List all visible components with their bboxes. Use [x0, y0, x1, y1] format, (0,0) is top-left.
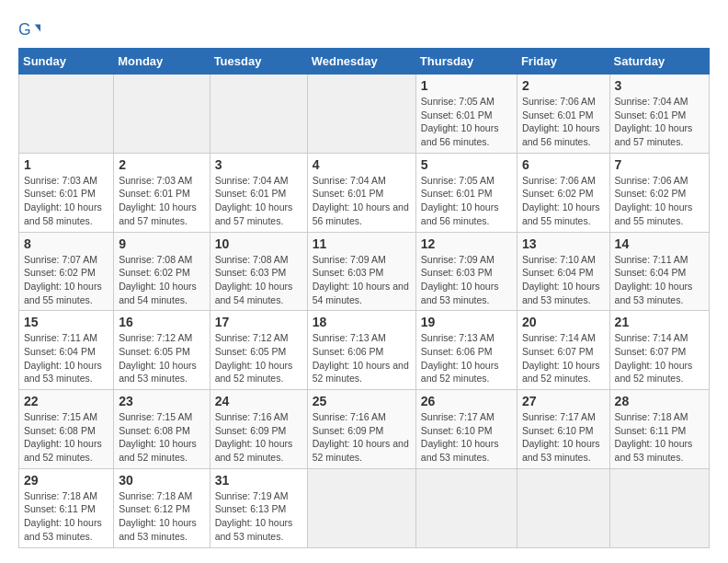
day-number: 8 — [24, 236, 108, 251]
day-number: 28 — [615, 394, 704, 408]
day-number: 15 — [24, 315, 108, 329]
calendar-cell: 6Sunrise: 7:06 AMSunset: 6:02 PMDaylight… — [517, 153, 609, 232]
calendar-header-monday: Monday — [114, 49, 210, 75]
calendar-cell: 11Sunrise: 7:09 AMSunset: 6:03 PMDayligh… — [307, 232, 415, 311]
calendar-header-sunday: Sunday — [19, 49, 114, 75]
calendar-cell: 4Sunrise: 7:04 AMSunset: 6:01 PMDaylight… — [307, 153, 415, 232]
day-info: Sunrise: 7:09 AMSunset: 6:03 PMDaylight:… — [421, 253, 512, 307]
calendar-cell: 21Sunrise: 7:14 AMSunset: 6:07 PMDayligh… — [609, 311, 709, 390]
day-info: Sunrise: 7:06 AMSunset: 6:02 PMDaylight:… — [615, 174, 704, 228]
calendar-header-row: SundayMondayTuesdayWednesdayThursdayFrid… — [19, 49, 710, 75]
day-number: 22 — [24, 394, 108, 408]
day-info: Sunrise: 7:17 AMSunset: 6:10 PMDaylight:… — [522, 410, 605, 465]
day-info: Sunrise: 7:05 AMSunset: 6:01 PMDaylight:… — [421, 95, 512, 149]
day-info: Sunrise: 7:05 AMSunset: 6:01 PMDaylight:… — [421, 174, 512, 228]
day-info: Sunrise: 7:15 AMSunset: 6:08 PMDaylight:… — [24, 410, 108, 465]
day-info: Sunrise: 7:04 AMSunset: 6:01 PMDaylight:… — [615, 95, 704, 149]
calendar-cell: 22Sunrise: 7:15 AMSunset: 6:08 PMDayligh… — [19, 390, 114, 469]
day-number: 25 — [313, 394, 411, 408]
calendar-cell: 7Sunrise: 7:06 AMSunset: 6:02 PMDaylight… — [609, 153, 709, 232]
day-number: 16 — [119, 315, 204, 329]
day-number: 26 — [421, 394, 512, 408]
calendar-cell: 23Sunrise: 7:15 AMSunset: 6:08 PMDayligh… — [114, 390, 210, 469]
day-info: Sunrise: 7:06 AMSunset: 6:01 PMDaylight:… — [522, 95, 605, 149]
day-info: Sunrise: 7:18 AMSunset: 6:11 PMDaylight:… — [615, 410, 704, 465]
calendar-week-row: 15Sunrise: 7:11 AMSunset: 6:04 PMDayligh… — [19, 311, 710, 390]
calendar-header-friday: Friday — [517, 49, 609, 75]
day-number: 29 — [24, 473, 108, 488]
calendar-table: SundayMondayTuesdayWednesdayThursdayFrid… — [18, 48, 710, 548]
calendar-cell: 13Sunrise: 7:10 AMSunset: 6:04 PMDayligh… — [517, 232, 609, 311]
calendar-cell: 28Sunrise: 7:18 AMSunset: 6:11 PMDayligh… — [609, 390, 709, 469]
day-info: Sunrise: 7:13 AMSunset: 6:06 PMDaylight:… — [313, 331, 411, 385]
day-info: Sunrise: 7:18 AMSunset: 6:12 PMDaylight:… — [119, 489, 204, 544]
day-info: Sunrise: 7:16 AMSunset: 6:09 PMDaylight:… — [215, 410, 302, 465]
day-number: 3 — [215, 157, 302, 172]
day-number: 7 — [615, 157, 704, 172]
day-info: Sunrise: 7:13 AMSunset: 6:06 PMDaylight:… — [421, 331, 512, 385]
day-number: 10 — [215, 236, 302, 251]
calendar-week-row: 22Sunrise: 7:15 AMSunset: 6:08 PMDayligh… — [19, 390, 710, 469]
calendar-cell: 5Sunrise: 7:05 AMSunset: 6:01 PMDaylight… — [415, 153, 517, 232]
day-number: 2 — [119, 157, 204, 172]
calendar-header-thursday: Thursday — [415, 49, 517, 75]
day-info: Sunrise: 7:06 AMSunset: 6:02 PMDaylight:… — [522, 174, 605, 228]
day-info: Sunrise: 7:03 AMSunset: 6:01 PMDaylight:… — [24, 174, 108, 228]
calendar-header-wednesday: Wednesday — [307, 49, 415, 75]
day-info: Sunrise: 7:14 AMSunset: 6:07 PMDaylight:… — [615, 331, 704, 385]
svg-text:G: G — [18, 20, 31, 39]
day-number: 13 — [522, 236, 605, 251]
calendar-cell: 1Sunrise: 7:05 AMSunset: 6:01 PMDaylight… — [415, 75, 517, 154]
day-number: 27 — [522, 394, 605, 408]
day-number: 9 — [119, 236, 204, 251]
day-info: Sunrise: 7:10 AMSunset: 6:04 PMDaylight:… — [522, 253, 605, 307]
svg-marker-1 — [35, 24, 40, 31]
calendar-cell: 15Sunrise: 7:11 AMSunset: 6:04 PMDayligh… — [19, 311, 114, 390]
day-number: 2 — [522, 78, 605, 93]
calendar-cell — [210, 75, 307, 154]
calendar-cell: 1Sunrise: 7:03 AMSunset: 6:01 PMDaylight… — [19, 153, 114, 232]
day-number: 21 — [615, 315, 704, 329]
day-info: Sunrise: 7:15 AMSunset: 6:08 PMDaylight:… — [119, 410, 204, 465]
day-info: Sunrise: 7:08 AMSunset: 6:02 PMDaylight:… — [119, 253, 204, 307]
calendar-header-saturday: Saturday — [609, 49, 709, 75]
day-info: Sunrise: 7:12 AMSunset: 6:05 PMDaylight:… — [119, 331, 204, 385]
calendar-week-row: 29Sunrise: 7:18 AMSunset: 6:11 PMDayligh… — [19, 468, 710, 547]
calendar-header-tuesday: Tuesday — [210, 49, 307, 75]
calendar-cell: 26Sunrise: 7:17 AMSunset: 6:10 PMDayligh… — [415, 390, 517, 469]
calendar-cell — [517, 468, 609, 547]
day-info: Sunrise: 7:04 AMSunset: 6:01 PMDaylight:… — [215, 174, 302, 228]
calendar-cell: 30Sunrise: 7:18 AMSunset: 6:12 PMDayligh… — [114, 468, 210, 547]
day-info: Sunrise: 7:16 AMSunset: 6:09 PMDaylight:… — [313, 410, 411, 465]
calendar-cell — [609, 468, 709, 547]
day-number: 24 — [215, 394, 302, 408]
calendar-cell — [415, 468, 517, 547]
calendar-body: 1Sunrise: 7:05 AMSunset: 6:01 PMDaylight… — [19, 75, 710, 548]
calendar-cell: 9Sunrise: 7:08 AMSunset: 6:02 PMDaylight… — [114, 232, 210, 311]
day-number: 1 — [24, 157, 108, 172]
calendar-cell — [114, 75, 210, 154]
day-info: Sunrise: 7:12 AMSunset: 6:05 PMDaylight:… — [215, 331, 302, 385]
day-number: 1 — [421, 78, 512, 93]
day-info: Sunrise: 7:19 AMSunset: 6:13 PMDaylight:… — [215, 489, 302, 544]
day-info: Sunrise: 7:11 AMSunset: 6:04 PMDaylight:… — [615, 253, 704, 307]
day-number: 6 — [522, 157, 605, 172]
day-number: 3 — [615, 78, 704, 93]
calendar-cell — [307, 75, 415, 154]
day-info: Sunrise: 7:04 AMSunset: 6:01 PMDaylight:… — [313, 174, 411, 228]
calendar-cell — [307, 468, 415, 547]
calendar-week-row: 1Sunrise: 7:03 AMSunset: 6:01 PMDaylight… — [19, 153, 710, 232]
calendar-cell: 12Sunrise: 7:09 AMSunset: 6:03 PMDayligh… — [415, 232, 517, 311]
calendar-cell: 8Sunrise: 7:07 AMSunset: 6:02 PMDaylight… — [19, 232, 114, 311]
calendar-cell: 20Sunrise: 7:14 AMSunset: 6:07 PMDayligh… — [517, 311, 609, 390]
day-info: Sunrise: 7:07 AMSunset: 6:02 PMDaylight:… — [24, 253, 108, 307]
calendar-week-row: 8Sunrise: 7:07 AMSunset: 6:02 PMDaylight… — [19, 232, 710, 311]
calendar-cell: 2Sunrise: 7:03 AMSunset: 6:01 PMDaylight… — [114, 153, 210, 232]
day-number: 17 — [215, 315, 302, 329]
logo: G — [18, 18, 44, 40]
day-number: 19 — [421, 315, 512, 329]
logo-icon: G — [18, 18, 40, 40]
day-info: Sunrise: 7:14 AMSunset: 6:07 PMDaylight:… — [522, 331, 605, 385]
calendar-cell: 14Sunrise: 7:11 AMSunset: 6:04 PMDayligh… — [609, 232, 709, 311]
day-number: 20 — [522, 315, 605, 329]
